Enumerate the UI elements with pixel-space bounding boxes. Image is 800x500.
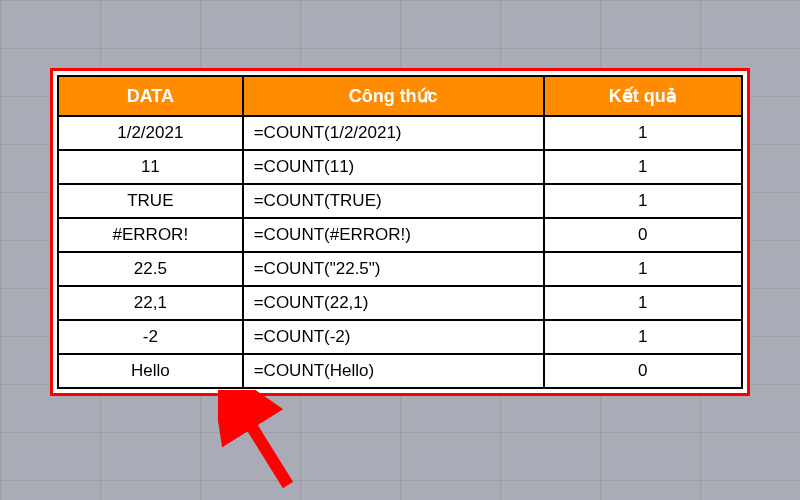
cell-result: 1 bbox=[544, 252, 742, 286]
table-row: 22.5 =COUNT("22.5") 1 bbox=[58, 252, 742, 286]
cell-data: TRUE bbox=[58, 184, 243, 218]
cell-formula: =COUNT(11) bbox=[243, 150, 544, 184]
cell-formula: =COUNT(#ERROR!) bbox=[243, 218, 544, 252]
table-header-row: DATA Công thức Kết quả bbox=[58, 76, 742, 116]
header-result: Kết quả bbox=[544, 76, 742, 116]
cell-data: #ERROR! bbox=[58, 218, 243, 252]
cell-result: 0 bbox=[544, 218, 742, 252]
cell-formula: =COUNT("22.5") bbox=[243, 252, 544, 286]
cell-data: 22,1 bbox=[58, 286, 243, 320]
cell-formula: =COUNT(22,1) bbox=[243, 286, 544, 320]
table-row: 1/2/2021 =COUNT(1/2/2021) 1 bbox=[58, 116, 742, 150]
cell-formula: =COUNT(TRUE) bbox=[243, 184, 544, 218]
cell-result: 0 bbox=[544, 354, 742, 388]
table-row: -2 =COUNT(-2) 1 bbox=[58, 320, 742, 354]
cell-formula: =COUNT(-2) bbox=[243, 320, 544, 354]
cell-result: 1 bbox=[544, 286, 742, 320]
cell-formula: =COUNT(1/2/2021) bbox=[243, 116, 544, 150]
table-row: #ERROR! =COUNT(#ERROR!) 0 bbox=[58, 218, 742, 252]
highlight-frame: DATA Công thức Kết quả 1/2/2021 =COUNT(1… bbox=[50, 68, 750, 396]
table-row: Hello =COUNT(Hello) 0 bbox=[58, 354, 742, 388]
count-examples-table: DATA Công thức Kết quả 1/2/2021 =COUNT(1… bbox=[57, 75, 743, 389]
cell-data: Hello bbox=[58, 354, 243, 388]
table-row: 22,1 =COUNT(22,1) 1 bbox=[58, 286, 742, 320]
cell-result: 1 bbox=[544, 184, 742, 218]
table-row: TRUE =COUNT(TRUE) 1 bbox=[58, 184, 742, 218]
cell-data: 11 bbox=[58, 150, 243, 184]
header-formula: Công thức bbox=[243, 76, 544, 116]
header-data: DATA bbox=[58, 76, 243, 116]
cell-result: 1 bbox=[544, 320, 742, 354]
cell-data: 22.5 bbox=[58, 252, 243, 286]
cell-result: 1 bbox=[544, 150, 742, 184]
cell-formula: =COUNT(Hello) bbox=[243, 354, 544, 388]
cell-result: 1 bbox=[544, 116, 742, 150]
table-body: 1/2/2021 =COUNT(1/2/2021) 1 11 =COUNT(11… bbox=[58, 116, 742, 388]
cell-data: -2 bbox=[58, 320, 243, 354]
cell-data: 1/2/2021 bbox=[58, 116, 243, 150]
table-row: 11 =COUNT(11) 1 bbox=[58, 150, 742, 184]
